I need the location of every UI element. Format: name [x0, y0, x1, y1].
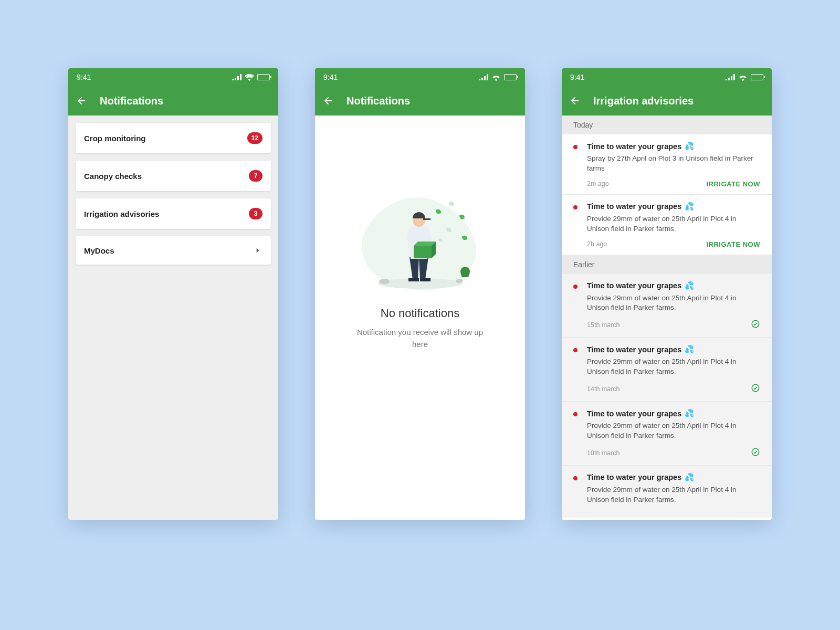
- battery-icon: [504, 74, 517, 80]
- empty-state: No notifications Notification you receiv…: [315, 116, 525, 520]
- advisory-item[interactable]: Time to water your grapes 💦 Provide 29mm…: [562, 466, 772, 518]
- category-label: Crop monitoring: [84, 134, 145, 143]
- empty-state-subtitle: Notification you receive will show up he…: [352, 327, 488, 350]
- category-label: Irrigation advisories: [84, 209, 159, 218]
- water-drops-icon: 💦: [685, 281, 694, 290]
- advisory-title: Time to water your grapes 💦: [587, 281, 760, 290]
- svg-point-2: [456, 279, 463, 283]
- advisory-title: Time to water your grapes 💦: [587, 142, 760, 151]
- status-time: 9:41: [323, 73, 338, 81]
- svg-point-7: [752, 448, 759, 456]
- water-drops-icon: 💦: [685, 202, 694, 211]
- advisory-description: Provide 29mm of water on 25th April in P…: [587, 485, 760, 505]
- advisory-item[interactable]: Time to water your grapes 💦 Provide 29mm…: [562, 274, 772, 338]
- status-icons: [232, 74, 270, 81]
- app-bar: Notifications: [315, 86, 525, 116]
- page-title: Notifications: [100, 95, 163, 107]
- notification-badge: 3: [249, 208, 262, 219]
- advisory-description: Provide 29mm of water on 25th April in P…: [587, 293, 760, 313]
- notification-badge: 12: [247, 132, 262, 144]
- battery-icon: [257, 74, 270, 80]
- water-drops-icon: 💦: [685, 142, 694, 151]
- category-crop-monitoring[interactable]: Crop monitoring 12: [76, 123, 271, 153]
- empty-state-title: No notifications: [381, 307, 459, 320]
- advisory-title: Time to water your grapes 💦: [587, 202, 760, 211]
- advisory-title: Time to water your grapes 💦: [587, 409, 760, 418]
- check-circle-icon: [751, 319, 760, 331]
- phone-screen-empty-notifications: 9:41 Notifications: [315, 68, 525, 520]
- advisory-time: 15th march: [587, 321, 620, 329]
- advisory-time: 10th march: [587, 449, 620, 457]
- arrow-left-icon: [569, 95, 581, 107]
- advisory-item[interactable]: Time to water your grapes 💦 Provide 29mm…: [562, 195, 772, 255]
- page-title: Irrigation advisories: [593, 95, 694, 107]
- phone-screen-notification-categories: 9:41 Notifications Crop monitoring 12 Ca…: [68, 68, 278, 520]
- status-icons: [479, 74, 517, 81]
- section-header-today: Today: [562, 116, 772, 134]
- status-icons: [726, 74, 763, 81]
- unread-dot-icon: [573, 205, 578, 209]
- advisory-time: 2h ago: [587, 240, 607, 248]
- phone-screen-irrigation-advisories: 9:41 Irrigation advisories Today Time to…: [562, 68, 772, 520]
- advisory-description: Spray by 27th April on Plot 3 in Unison …: [587, 154, 760, 174]
- advisory-description: Provide 29mm of water on 25th April in P…: [587, 214, 760, 234]
- irrigate-now-button[interactable]: IRRIGATE NOW: [706, 180, 760, 188]
- advisory-list: Today Time to water your grapes 💦 Spray …: [562, 116, 772, 520]
- svg-point-5: [752, 321, 759, 328]
- category-mydocs[interactable]: MyDocs: [76, 236, 271, 265]
- topbar: 9:41 Notifications: [68, 68, 278, 116]
- cellular-icon: [232, 74, 242, 80]
- water-drops-icon: 💦: [685, 473, 694, 482]
- status-time: 9:41: [77, 73, 91, 81]
- status-bar: 9:41: [562, 68, 772, 86]
- unread-dot-icon: [573, 285, 578, 289]
- water-drops-icon: 💦: [685, 345, 694, 354]
- status-bar: 9:41: [68, 68, 278, 86]
- battery-icon: [751, 74, 763, 80]
- advisory-time: 2m ago: [587, 180, 609, 187]
- advisory-time: 14th march: [587, 385, 620, 393]
- empty-illustration: [352, 178, 488, 294]
- advisory-item[interactable]: Time to water your grapes 💦 Spray by 27t…: [562, 134, 772, 195]
- water-drops-icon: 💦: [685, 409, 694, 418]
- advisory-item[interactable]: Time to water your grapes 💦 Provide 29mm…: [562, 402, 772, 466]
- cellular-icon: [479, 74, 488, 80]
- wifi-icon: [491, 74, 501, 81]
- svg-point-6: [752, 384, 759, 392]
- advisory-description: Provide 29mm of water on 25th April in P…: [587, 421, 760, 441]
- section-header-earlier: Earlier: [562, 255, 772, 274]
- advisory-title: Time to water your grapes 💦: [587, 473, 760, 482]
- category-irrigation-advisories[interactable]: Irrigation advisories 3: [76, 198, 271, 229]
- topbar: 9:41 Notifications: [315, 68, 525, 116]
- unread-dot-icon: [573, 476, 578, 480]
- page-title: Notifications: [346, 95, 410, 107]
- advisory-description: Provide 29mm of water on 25th April in P…: [587, 357, 760, 377]
- notification-badge: 7: [249, 170, 262, 182]
- wifi-icon: [738, 74, 748, 81]
- back-button[interactable]: [76, 95, 87, 107]
- unread-dot-icon: [573, 145, 578, 149]
- status-bar: 9:41: [315, 68, 525, 86]
- check-circle-icon: [751, 383, 760, 395]
- category-label: MyDocs: [84, 246, 114, 255]
- category-canopy-checks[interactable]: Canopy checks 7: [76, 161, 271, 191]
- irrigate-now-button[interactable]: IRRIGATE NOW: [706, 240, 760, 248]
- cellular-icon: [726, 74, 735, 80]
- svg-rect-3: [414, 246, 432, 258]
- wifi-icon: [245, 74, 254, 81]
- arrow-left-icon: [76, 95, 87, 107]
- status-time: 9:41: [570, 73, 584, 81]
- advisory-item[interactable]: Time to water your grapes 💦 Provide 29mm…: [562, 338, 772, 402]
- category-label: Canopy checks: [84, 172, 142, 181]
- arrow-left-icon: [322, 95, 334, 107]
- advisory-title: Time to water your grapes 💦: [587, 345, 760, 354]
- chevron-right-icon: [253, 246, 262, 255]
- topbar: 9:41 Irrigation advisories: [562, 68, 772, 116]
- check-circle-icon: [751, 447, 760, 459]
- back-button[interactable]: [322, 95, 334, 107]
- app-bar: Irrigation advisories: [562, 86, 772, 116]
- unread-dot-icon: [573, 412, 578, 416]
- back-button[interactable]: [569, 95, 581, 107]
- svg-point-1: [379, 279, 390, 284]
- app-bar: Notifications: [68, 86, 278, 116]
